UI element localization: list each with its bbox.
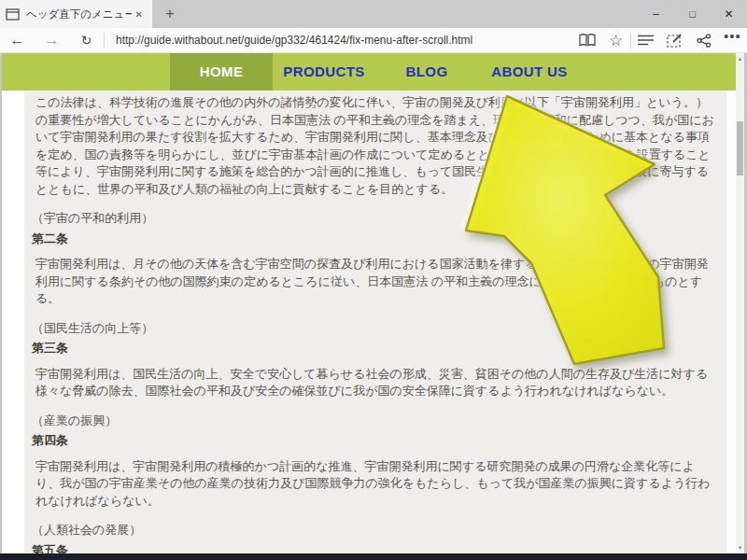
site-menu-bar: HOME PRODUCTS BLOG ABOUT US [2,53,738,91]
browser-window: ヘッダ直下のメニューバーをフ ✕ + – □ ✕ ← → ↻ http://gu… [0,0,747,560]
minimize-button[interactable]: – [638,0,674,28]
browser-toolbar: ← → ↻ http://guide.withabout.net/guide/g… [0,28,747,53]
article-paragraph: 宇宙開発利用は、国民生活の向上、安全で安心して暮らせる社会の形成、災害、貧困その… [35,366,715,400]
section-label: （人類社会の発展） [32,522,726,539]
titlebar: ヘッダ直下のメニューバーをフ ✕ + – □ ✕ [0,0,747,28]
section-label: （国民生活の向上等） [32,320,726,338]
article-content: この法律は、科学技術の進展その他の内外の諸情勢の変化に伴い、宇宙の開発及び利用（… [24,91,726,553]
tab-close-icon[interactable]: ✕ [132,7,147,21]
back-button[interactable]: ← [0,32,35,49]
browser-tab[interactable]: ヘッダ直下のメニューバーをフ ✕ [0,0,152,28]
new-tab-button[interactable]: + [159,4,181,24]
close-button[interactable]: ✕ [711,0,747,28]
law-purpose-paragraph: この法律は、科学技術の進展その他の内外の諸情勢の変化に伴い、宇宙の開発及び利用（… [35,94,715,198]
article-heading: 第二条 [32,231,726,248]
hub-lines-icon [638,35,654,46]
article-paragraph: 宇宙開発利用は、宇宙開発利用の積極的かつ計画的な推進、宇宙開発利用に関する研究開… [35,458,715,511]
ellipsis-icon: ••• [724,32,741,41]
book-icon [579,34,596,47]
page-scrollbar[interactable]: ▲ ▼ [736,53,744,553]
window-controls: – □ ✕ [638,0,747,28]
section-label: （宇宙の平和的利用） [32,210,726,228]
reading-view-button[interactable] [572,28,601,52]
toolbar-divider [104,33,105,49]
refresh-button[interactable]: ↻ [69,33,104,48]
share-button[interactable] [689,28,718,52]
address-bar[interactable]: http://guide.withabout.net/guide/gp332/4… [116,34,472,47]
article-heading: 第四条 [32,432,726,450]
nav-item-aboutus[interactable]: ABOUT US [478,53,581,91]
nav-item-home[interactable]: HOME [170,53,273,91]
section-label: （産業の振興） [32,413,726,430]
maximize-button[interactable]: □ [674,0,711,28]
hub-button[interactable] [631,28,660,52]
web-page: HOME PRODUCTS BLOG ABOUT US この法律は、科学技術の進… [2,53,744,553]
scrollbar-thumb[interactable] [737,121,743,175]
page-favicon-icon [6,8,20,21]
forward-button[interactable]: → [35,32,69,49]
star-icon: ☆ [609,33,623,49]
article-paragraph: 宇宙開発利用は、月その他の天体を含む宇宙空間の探査及び利用における国家活動を律す… [35,256,715,308]
more-actions-button[interactable]: ••• [718,28,747,52]
article-heading: 第三条 [32,340,726,357]
favorites-button[interactable]: ☆ [601,28,630,52]
tab-title: ヘッダ直下のメニューバーをフ [26,7,132,21]
web-note-pen-icon [667,34,683,48]
nav-item-blog[interactable]: BLOG [375,53,478,91]
scroll-up-icon[interactable]: ▲ [736,56,744,62]
article-heading: 第五条 [32,542,726,554]
scroll-down-icon[interactable]: ▼ [736,545,744,551]
nav-item-products[interactable]: PRODUCTS [273,53,375,91]
web-note-button[interactable] [660,28,689,52]
share-icon [697,34,712,48]
bottom-dark-bar [0,553,747,560]
